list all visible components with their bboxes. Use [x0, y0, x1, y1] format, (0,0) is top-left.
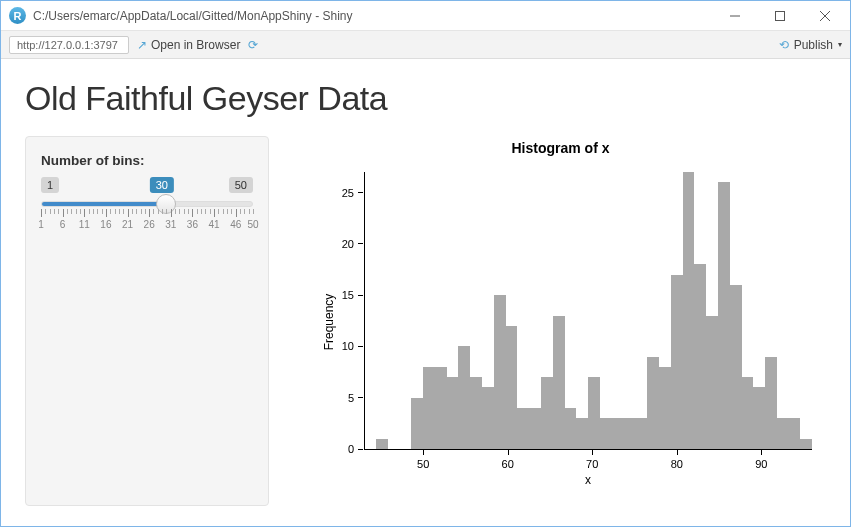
chart-title: Histogram of x — [295, 140, 826, 156]
histogram-bar — [730, 285, 742, 449]
histogram-bar — [411, 398, 423, 449]
histogram-bar — [635, 418, 647, 449]
histogram-bar — [529, 408, 541, 449]
histogram-bar — [423, 367, 435, 449]
histogram-bar — [742, 377, 754, 449]
bins-slider[interactable]: 1 30 50 16111621263136414650 — [41, 177, 253, 233]
histogram-bar — [694, 264, 706, 449]
slider-tick-label: 31 — [165, 219, 176, 230]
slider-fill — [42, 202, 166, 206]
minimize-button[interactable] — [712, 2, 757, 30]
x-axis-label: x — [364, 473, 812, 487]
open-browser-label: Open in Browser — [151, 38, 240, 52]
histogram-bar — [765, 357, 777, 449]
main-panel: Histogram of x Frequency 0510152025 5060… — [295, 136, 826, 506]
slider-tick-label: 50 — [247, 219, 258, 230]
slider-tick-label: 36 — [187, 219, 198, 230]
histogram-bar — [706, 316, 718, 449]
histogram-bars — [364, 172, 812, 449]
refresh-button[interactable]: ⟳ — [248, 38, 258, 52]
layout: Number of bins: 1 30 50 1611162126313641… — [25, 136, 826, 506]
titlebar: R C:/Users/emarc/AppData/Local/Gitted/Mo… — [1, 1, 850, 31]
open-in-browser-button[interactable]: ↗ Open in Browser — [137, 38, 240, 52]
histogram-bar — [576, 418, 588, 449]
maximize-button[interactable] — [757, 2, 802, 30]
histogram-bar — [624, 418, 636, 449]
slider-tick-label: 21 — [122, 219, 133, 230]
histogram-bar — [458, 346, 470, 449]
histogram-bar — [588, 377, 600, 449]
slider-ticks — [41, 209, 253, 219]
slider-tick-label: 26 — [144, 219, 155, 230]
browser-icon: ↗ — [137, 38, 147, 52]
histogram-bar — [789, 418, 801, 449]
publish-button[interactable]: ⟲ Publish ▾ — [779, 38, 842, 52]
publish-label: Publish — [794, 38, 833, 52]
svg-rect-0 — [775, 11, 784, 20]
histogram-bar — [777, 418, 789, 449]
histogram-bar — [671, 275, 683, 449]
close-button[interactable] — [802, 2, 847, 30]
histogram-bar — [683, 172, 695, 449]
histogram-bar — [376, 439, 388, 449]
slider-tick-label: 41 — [208, 219, 219, 230]
url-field[interactable]: http://127.0.0.1:3797 — [9, 36, 129, 54]
histogram-bar — [718, 182, 730, 449]
refresh-icon: ⟳ — [248, 38, 258, 52]
window-title: C:/Users/emarc/AppData/Local/Gitted/MonA… — [33, 9, 352, 23]
histogram-bar — [482, 387, 494, 449]
slider-tick-labels: 16111621263136414650 — [41, 219, 253, 233]
slider-max: 50 — [229, 177, 253, 193]
histogram-bar — [600, 418, 612, 449]
slider-value: 30 — [150, 177, 174, 193]
histogram-plot: Frequency 0510152025 5060708090 x — [309, 164, 826, 479]
slider-min: 1 — [41, 177, 59, 193]
toolbar: http://127.0.0.1:3797 ↗ Open in Browser … — [1, 31, 850, 59]
histogram-bar — [612, 418, 624, 449]
histogram-bar — [800, 439, 812, 449]
caret-down-icon: ▾ — [838, 40, 842, 49]
slider-tick-label: 16 — [100, 219, 111, 230]
histogram-bar — [517, 408, 529, 449]
slider-tick-label: 11 — [79, 219, 90, 230]
slider-tick-label: 1 — [38, 219, 44, 230]
slider-tick-label: 6 — [60, 219, 66, 230]
slider-label: Number of bins: — [41, 153, 253, 168]
y-axis: 0510152025 — [333, 172, 363, 449]
histogram-bar — [541, 377, 553, 449]
histogram-bar — [435, 367, 447, 449]
histogram-bar — [553, 316, 565, 449]
histogram-bar — [506, 326, 518, 449]
app-window: R C:/Users/emarc/AppData/Local/Gitted/Mo… — [0, 0, 851, 527]
histogram-bar — [494, 295, 506, 449]
window-controls — [712, 2, 847, 30]
page-content: Old Faithful Geyser Data Number of bins:… — [1, 59, 850, 526]
r-logo-icon: R — [9, 7, 26, 24]
publish-icon: ⟲ — [779, 38, 789, 52]
histogram-bar — [647, 357, 659, 449]
slider-track[interactable] — [41, 201, 253, 207]
sidebar-panel: Number of bins: 1 30 50 1611162126313641… — [25, 136, 269, 506]
histogram-bar — [470, 377, 482, 449]
x-axis: 5060708090 — [364, 449, 812, 455]
page-title: Old Faithful Geyser Data — [25, 79, 826, 118]
histogram-bar — [753, 387, 765, 449]
histogram-bar — [659, 367, 671, 449]
slider-tick-label: 46 — [230, 219, 241, 230]
histogram-bar — [447, 377, 459, 449]
histogram-bar — [565, 408, 577, 449]
